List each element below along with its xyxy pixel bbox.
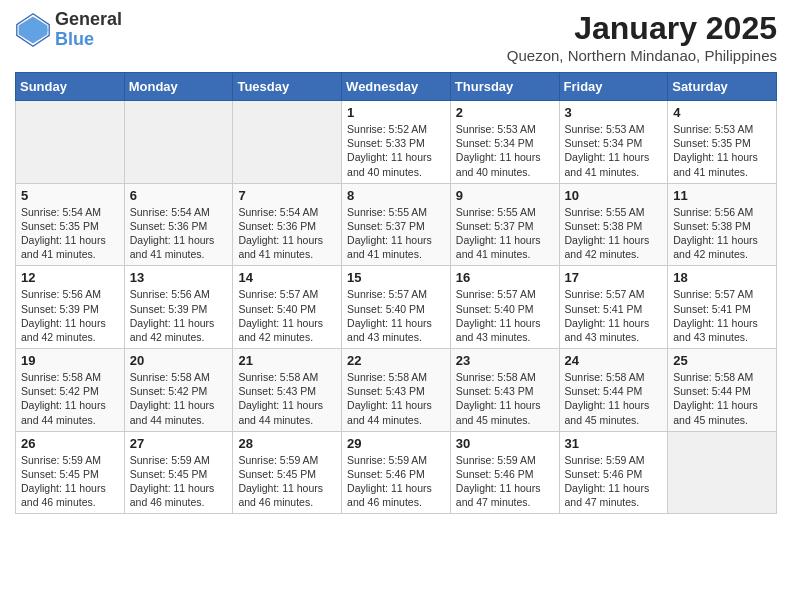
day-info: Sunrise: 5:59 AMSunset: 5:46 PMDaylight:… (347, 453, 445, 510)
table-row: 10Sunrise: 5:55 AMSunset: 5:38 PMDayligh… (559, 183, 668, 266)
day-info: Sunrise: 5:59 AMSunset: 5:46 PMDaylight:… (565, 453, 663, 510)
day-number: 26 (21, 436, 119, 451)
calendar-week-4: 19Sunrise: 5:58 AMSunset: 5:42 PMDayligh… (16, 349, 777, 432)
table-row: 26Sunrise: 5:59 AMSunset: 5:45 PMDayligh… (16, 431, 125, 514)
table-row: 23Sunrise: 5:58 AMSunset: 5:43 PMDayligh… (450, 349, 559, 432)
day-number: 9 (456, 188, 554, 203)
calendar-week-1: 1Sunrise: 5:52 AMSunset: 5:33 PMDaylight… (16, 101, 777, 184)
calendar-week-5: 26Sunrise: 5:59 AMSunset: 5:45 PMDayligh… (16, 431, 777, 514)
table-row: 29Sunrise: 5:59 AMSunset: 5:46 PMDayligh… (342, 431, 451, 514)
header-tuesday: Tuesday (233, 73, 342, 101)
day-number: 31 (565, 436, 663, 451)
table-row: 21Sunrise: 5:58 AMSunset: 5:43 PMDayligh… (233, 349, 342, 432)
day-number: 12 (21, 270, 119, 285)
table-row: 1Sunrise: 5:52 AMSunset: 5:33 PMDaylight… (342, 101, 451, 184)
day-number: 7 (238, 188, 336, 203)
day-number: 25 (673, 353, 771, 368)
day-info: Sunrise: 5:58 AMSunset: 5:42 PMDaylight:… (21, 370, 119, 427)
day-number: 1 (347, 105, 445, 120)
logo-text: General Blue (55, 10, 122, 50)
table-row: 30Sunrise: 5:59 AMSunset: 5:46 PMDayligh… (450, 431, 559, 514)
day-number: 15 (347, 270, 445, 285)
day-number: 24 (565, 353, 663, 368)
day-info: Sunrise: 5:55 AMSunset: 5:37 PMDaylight:… (347, 205, 445, 262)
header-thursday: Thursday (450, 73, 559, 101)
table-row: 9Sunrise: 5:55 AMSunset: 5:37 PMDaylight… (450, 183, 559, 266)
day-info: Sunrise: 5:54 AMSunset: 5:36 PMDaylight:… (130, 205, 228, 262)
calendar-title: January 2025 (507, 10, 777, 47)
table-row: 17Sunrise: 5:57 AMSunset: 5:41 PMDayligh… (559, 266, 668, 349)
day-info: Sunrise: 5:58 AMSunset: 5:43 PMDaylight:… (238, 370, 336, 427)
header-friday: Friday (559, 73, 668, 101)
table-row: 24Sunrise: 5:58 AMSunset: 5:44 PMDayligh… (559, 349, 668, 432)
table-row: 11Sunrise: 5:56 AMSunset: 5:38 PMDayligh… (668, 183, 777, 266)
day-number: 5 (21, 188, 119, 203)
day-number: 27 (130, 436, 228, 451)
day-number: 19 (21, 353, 119, 368)
day-info: Sunrise: 5:56 AMSunset: 5:39 PMDaylight:… (21, 287, 119, 344)
day-number: 11 (673, 188, 771, 203)
table-row: 13Sunrise: 5:56 AMSunset: 5:39 PMDayligh… (124, 266, 233, 349)
header-saturday: Saturday (668, 73, 777, 101)
table-row: 12Sunrise: 5:56 AMSunset: 5:39 PMDayligh… (16, 266, 125, 349)
day-number: 10 (565, 188, 663, 203)
table-row (233, 101, 342, 184)
header-monday: Monday (124, 73, 233, 101)
day-info: Sunrise: 5:54 AMSunset: 5:35 PMDaylight:… (21, 205, 119, 262)
table-row: 7Sunrise: 5:54 AMSunset: 5:36 PMDaylight… (233, 183, 342, 266)
day-info: Sunrise: 5:57 AMSunset: 5:40 PMDaylight:… (347, 287, 445, 344)
table-row: 6Sunrise: 5:54 AMSunset: 5:36 PMDaylight… (124, 183, 233, 266)
day-number: 18 (673, 270, 771, 285)
day-info: Sunrise: 5:54 AMSunset: 5:36 PMDaylight:… (238, 205, 336, 262)
table-row: 2Sunrise: 5:53 AMSunset: 5:34 PMDaylight… (450, 101, 559, 184)
day-number: 23 (456, 353, 554, 368)
table-row: 15Sunrise: 5:57 AMSunset: 5:40 PMDayligh… (342, 266, 451, 349)
table-row: 25Sunrise: 5:58 AMSunset: 5:44 PMDayligh… (668, 349, 777, 432)
day-info: Sunrise: 5:58 AMSunset: 5:43 PMDaylight:… (456, 370, 554, 427)
logo-icon (15, 12, 51, 48)
day-info: Sunrise: 5:53 AMSunset: 5:35 PMDaylight:… (673, 122, 771, 179)
day-info: Sunrise: 5:58 AMSunset: 5:43 PMDaylight:… (347, 370, 445, 427)
table-row: 20Sunrise: 5:58 AMSunset: 5:42 PMDayligh… (124, 349, 233, 432)
calendar-week-3: 12Sunrise: 5:56 AMSunset: 5:39 PMDayligh… (16, 266, 777, 349)
calendar-header-row: Sunday Monday Tuesday Wednesday Thursday… (16, 73, 777, 101)
table-row: 16Sunrise: 5:57 AMSunset: 5:40 PMDayligh… (450, 266, 559, 349)
day-info: Sunrise: 5:59 AMSunset: 5:45 PMDaylight:… (21, 453, 119, 510)
table-row: 5Sunrise: 5:54 AMSunset: 5:35 PMDaylight… (16, 183, 125, 266)
day-info: Sunrise: 5:58 AMSunset: 5:44 PMDaylight:… (565, 370, 663, 427)
day-number: 3 (565, 105, 663, 120)
logo-general-label: General (55, 10, 122, 30)
table-row: 4Sunrise: 5:53 AMSunset: 5:35 PMDaylight… (668, 101, 777, 184)
day-info: Sunrise: 5:55 AMSunset: 5:37 PMDaylight:… (456, 205, 554, 262)
table-row (668, 431, 777, 514)
table-row: 8Sunrise: 5:55 AMSunset: 5:37 PMDaylight… (342, 183, 451, 266)
calendar-table: Sunday Monday Tuesday Wednesday Thursday… (15, 72, 777, 514)
table-row (124, 101, 233, 184)
table-row: 31Sunrise: 5:59 AMSunset: 5:46 PMDayligh… (559, 431, 668, 514)
table-row: 28Sunrise: 5:59 AMSunset: 5:45 PMDayligh… (233, 431, 342, 514)
day-info: Sunrise: 5:59 AMSunset: 5:46 PMDaylight:… (456, 453, 554, 510)
day-number: 20 (130, 353, 228, 368)
day-number: 29 (347, 436, 445, 451)
calendar-week-2: 5Sunrise: 5:54 AMSunset: 5:35 PMDaylight… (16, 183, 777, 266)
table-row: 27Sunrise: 5:59 AMSunset: 5:45 PMDayligh… (124, 431, 233, 514)
day-number: 30 (456, 436, 554, 451)
day-info: Sunrise: 5:59 AMSunset: 5:45 PMDaylight:… (130, 453, 228, 510)
day-info: Sunrise: 5:53 AMSunset: 5:34 PMDaylight:… (565, 122, 663, 179)
logo: General Blue (15, 10, 122, 50)
day-info: Sunrise: 5:59 AMSunset: 5:45 PMDaylight:… (238, 453, 336, 510)
day-info: Sunrise: 5:56 AMSunset: 5:38 PMDaylight:… (673, 205, 771, 262)
day-info: Sunrise: 5:55 AMSunset: 5:38 PMDaylight:… (565, 205, 663, 262)
header-sunday: Sunday (16, 73, 125, 101)
day-info: Sunrise: 5:57 AMSunset: 5:40 PMDaylight:… (238, 287, 336, 344)
day-number: 8 (347, 188, 445, 203)
day-info: Sunrise: 5:56 AMSunset: 5:39 PMDaylight:… (130, 287, 228, 344)
day-info: Sunrise: 5:58 AMSunset: 5:44 PMDaylight:… (673, 370, 771, 427)
day-number: 28 (238, 436, 336, 451)
day-number: 22 (347, 353, 445, 368)
page-header: General Blue January 2025 Quezon, Northe… (15, 10, 777, 64)
day-number: 17 (565, 270, 663, 285)
day-info: Sunrise: 5:58 AMSunset: 5:42 PMDaylight:… (130, 370, 228, 427)
day-number: 14 (238, 270, 336, 285)
table-row (16, 101, 125, 184)
